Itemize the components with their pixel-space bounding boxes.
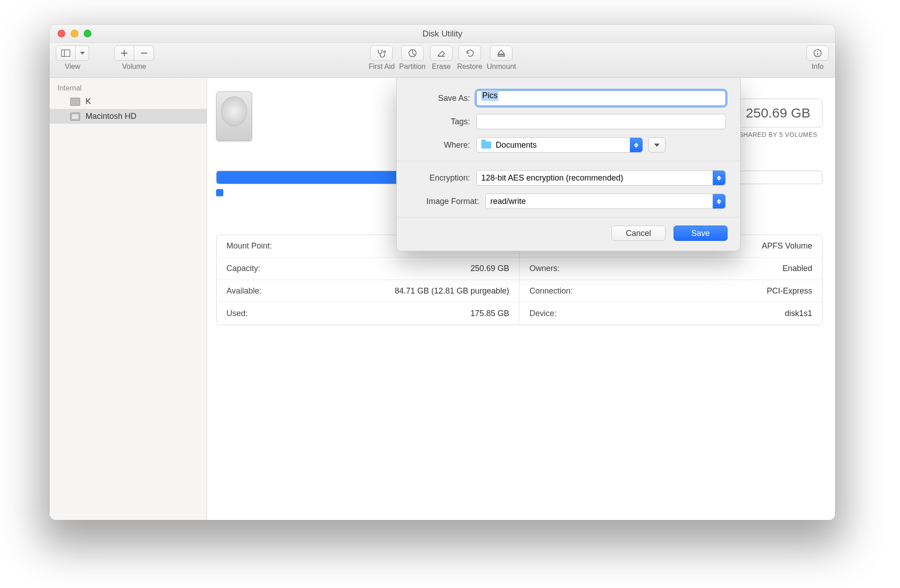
svg-point-6 xyxy=(817,51,818,52)
usage-legend xyxy=(216,189,227,198)
legend-item-used xyxy=(216,189,227,198)
eraser-icon xyxy=(437,49,446,57)
detail-row: Owners:Enabled xyxy=(520,258,822,280)
capacity-subtitle: SHARED BY 5 VOLUMES xyxy=(734,131,823,138)
sidebar: Internal K Macintosh HD xyxy=(50,78,207,520)
add-volume-button[interactable] xyxy=(114,45,134,61)
svg-point-2 xyxy=(384,51,386,53)
popup-stepper-icon xyxy=(713,194,725,208)
detail-key: Available: xyxy=(226,286,262,296)
view-mode-button[interactable] xyxy=(56,45,76,61)
detail-key: Device: xyxy=(529,309,556,318)
chevron-down-icon xyxy=(654,144,660,147)
expand-save-dialog-button[interactable] xyxy=(648,137,665,153)
save-as-field[interactable]: Pics xyxy=(476,90,726,106)
tags-label: Tags: xyxy=(411,117,476,127)
where-label: Where: xyxy=(411,140,476,150)
image-format-value: read/write xyxy=(490,197,526,206)
disk-utility-window: Disk Utility View xyxy=(50,25,835,520)
save-as-value: Pics xyxy=(481,90,498,101)
remove-volume-button[interactable] xyxy=(134,45,154,61)
restore-button[interactable] xyxy=(458,45,481,61)
sidebar-item-label: K xyxy=(86,97,91,106)
volume-icon xyxy=(70,113,80,121)
info-button[interactable] xyxy=(806,45,829,61)
volume-toolbar-label: Volume xyxy=(122,63,146,71)
unmount-label: Unmount xyxy=(487,63,516,71)
svg-rect-0 xyxy=(62,50,70,57)
encryption-popup[interactable]: 128-bit AES encryption (recommended) xyxy=(476,170,726,185)
detail-row: Used:175.85 GB xyxy=(217,303,519,325)
encryption-value: 128-bit AES encryption (recommended) xyxy=(481,173,623,183)
detail-row: Connection:PCI-Express xyxy=(520,280,822,303)
detail-key: Owners: xyxy=(529,264,560,273)
detail-value: PCI-Express xyxy=(767,286,812,296)
detail-value: 175.85 GB xyxy=(470,309,509,318)
swatch-icon xyxy=(216,189,223,196)
save-button-label: Save xyxy=(691,229,710,238)
detail-key: Mount Point: xyxy=(226,241,272,251)
detail-row: Device:disk1s1 xyxy=(520,303,822,325)
sidebar-item-macintosh-hd[interactable]: Macintosh HD xyxy=(50,109,207,124)
eject-icon xyxy=(497,49,506,57)
plus-icon xyxy=(121,50,127,56)
detail-value: Enabled xyxy=(782,264,812,273)
erase-label: Erase xyxy=(432,63,451,71)
detail-value: APFS Volume xyxy=(762,241,812,251)
cancel-button[interactable]: Cancel xyxy=(611,226,665,241)
close-window-icon[interactable] xyxy=(58,30,65,37)
sidebar-item-label: Macintosh HD xyxy=(86,112,136,121)
info-icon xyxy=(813,49,822,58)
first-aid-button[interactable] xyxy=(371,45,393,61)
detail-key: Used: xyxy=(226,309,248,318)
stethoscope-icon xyxy=(377,49,387,58)
restore-label: Restore xyxy=(457,63,482,71)
pie-icon xyxy=(408,49,417,58)
sidebar-layout-icon xyxy=(61,50,70,57)
toolbar: View Volume xyxy=(50,43,835,78)
where-value: Documents xyxy=(496,140,537,150)
image-format-popup[interactable]: read/write xyxy=(485,194,726,209)
detail-value: disk1s1 xyxy=(785,309,812,318)
hard-drive-icon xyxy=(216,91,252,141)
window-title: Disk Utility xyxy=(50,29,835,39)
detail-row: Available:84.71 GB (12.81 GB purgeable) xyxy=(217,280,519,303)
save-button[interactable]: Save xyxy=(674,226,728,241)
minus-icon xyxy=(141,50,147,56)
sidebar-item-k[interactable]: K xyxy=(50,94,207,109)
detail-key: Capacity: xyxy=(226,264,260,273)
capacity-headline: 250.69 GB xyxy=(734,99,823,127)
detail-key: Connection: xyxy=(529,286,573,296)
titlebar: Disk Utility xyxy=(50,25,835,43)
encryption-label: Encryption: xyxy=(411,173,476,183)
main-pane: 250.69 GB SHARED BY 5 VOLUMES Free 71.9 … xyxy=(207,78,835,520)
partition-label: Partition xyxy=(399,63,426,71)
unmount-button[interactable] xyxy=(490,45,513,61)
save-sheet: Save As: Pics Tags: Where: Documents xyxy=(396,78,741,251)
sidebar-section-internal: Internal xyxy=(50,82,207,94)
chevron-down-icon xyxy=(80,52,85,54)
info-label: Info xyxy=(812,63,824,71)
popup-stepper-icon xyxy=(630,138,642,152)
save-as-label: Save As: xyxy=(411,94,476,103)
folder-icon xyxy=(481,141,491,149)
erase-button[interactable] xyxy=(430,45,452,61)
svg-rect-4 xyxy=(498,55,505,56)
where-popup[interactable]: Documents xyxy=(476,137,643,153)
popup-stepper-icon xyxy=(713,171,725,185)
partition-button[interactable] xyxy=(401,45,424,61)
restore-icon xyxy=(465,49,474,57)
cancel-button-label: Cancel xyxy=(626,229,651,238)
detail-value: 84.71 GB (12.81 GB purgeable) xyxy=(395,286,509,296)
tags-field[interactable] xyxy=(476,114,726,129)
image-format-label: Image Format: xyxy=(411,197,485,206)
detail-row: Capacity:250.69 GB xyxy=(217,258,519,280)
view-toolbar-label: View xyxy=(65,63,80,71)
first-aid-label: First Aid xyxy=(369,63,395,71)
disk-icon xyxy=(70,98,80,106)
zoom-window-icon[interactable] xyxy=(84,30,91,37)
detail-value: 250.69 GB xyxy=(470,264,509,273)
minimize-window-icon[interactable] xyxy=(71,30,78,37)
view-mode-menu-button[interactable] xyxy=(76,45,89,61)
